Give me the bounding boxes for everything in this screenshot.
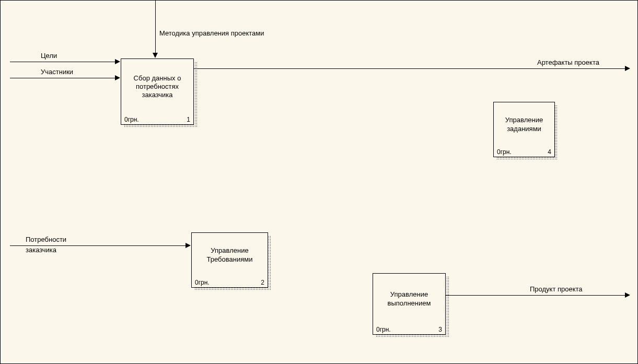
block-1-num: 1 bbox=[187, 116, 190, 123]
arrow-product-line bbox=[446, 295, 625, 296]
label-product: Продукт проекта bbox=[530, 285, 583, 293]
arrow-goals-head bbox=[115, 59, 120, 64]
block-4: Управление заданиями 0грн. 4 bbox=[493, 102, 555, 157]
block-3-cost: 0грн. bbox=[376, 326, 391, 333]
block-2-footer: 0грн. 2 bbox=[192, 277, 268, 287]
block-2-num: 2 bbox=[261, 279, 264, 286]
arrow-artifacts-head bbox=[625, 66, 630, 71]
arrow-product-head bbox=[625, 292, 630, 298]
arrow-goals-line bbox=[10, 62, 115, 62]
block-3-title: Управление выполнением bbox=[373, 274, 445, 324]
block-3: Управление выполнением 0грн. 3 bbox=[373, 273, 446, 335]
label-participants: Участники bbox=[41, 68, 73, 76]
label-artifacts: Артефакты проекта bbox=[537, 58, 599, 66]
label-methodology: Методика управления проектами bbox=[159, 29, 264, 37]
arrow-methodology-line bbox=[155, 1, 156, 53]
block-2-cost: 0грн. bbox=[195, 279, 210, 286]
block-2: Управление Требованиями 0грн. 2 bbox=[191, 232, 268, 288]
label-needs-2: заказчика bbox=[26, 246, 56, 254]
block-4-cost: 0грн. bbox=[497, 148, 512, 156]
block-3-num: 3 bbox=[438, 326, 442, 333]
block-1-title: Сбор данных о потребностях заказчика bbox=[121, 59, 193, 114]
block-1-cost: 0грн. bbox=[124, 116, 139, 123]
label-needs-1: Потребности bbox=[26, 236, 66, 243]
arrow-participants-line bbox=[10, 78, 115, 78]
arrow-methodology-head bbox=[153, 53, 158, 58]
arrow-artifacts-line bbox=[194, 68, 625, 69]
arrow-participants-head bbox=[115, 75, 120, 80]
diagram-canvas: Сбор данных о потребностях заказчика 0гр… bbox=[0, 0, 638, 364]
block-4-num: 4 bbox=[548, 148, 551, 156]
block-4-footer: 0грн. 4 bbox=[494, 147, 554, 157]
block-4-title: Управление заданиями bbox=[494, 102, 554, 147]
arrow-needs-head bbox=[185, 243, 191, 248]
block-2-title: Управление Требованиями bbox=[192, 233, 268, 277]
block-1: Сбор данных о потребностях заказчика 0гр… bbox=[121, 58, 194, 125]
label-goals: Цели bbox=[41, 52, 57, 60]
block-1-footer: 0грн. 1 bbox=[121, 114, 193, 124]
block-3-footer: 0грн. 3 bbox=[373, 324, 445, 334]
